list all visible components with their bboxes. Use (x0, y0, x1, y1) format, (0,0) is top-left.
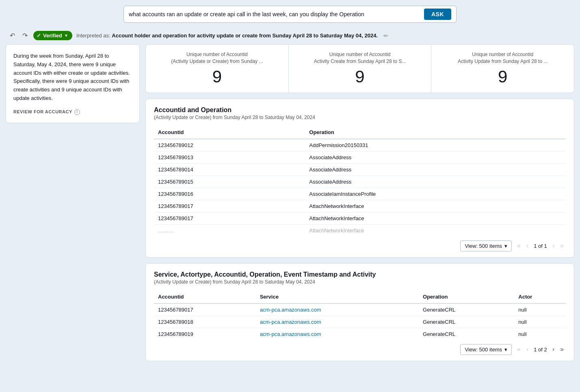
table1: Accountid Operation 123456789012AddPermi… (154, 126, 566, 236)
kpi-card-0: Unique number of Accountid (Activity Upd… (146, 45, 289, 93)
table2-page-info: 1 of 2 (532, 347, 549, 353)
table-card-2: Service, Actortype, Accountid, Operation… (145, 263, 574, 361)
table-row-truncated: ...........AttachNetworkInterface (154, 224, 566, 236)
table1-last-page-button[interactable]: » (558, 241, 566, 250)
table-row: 123456789017AttachNetworkInterface (154, 200, 566, 212)
table1-title: Accountid and Operation (154, 106, 566, 114)
table-row: 123456789017acm-pca.amazonaws.comGenerat… (154, 303, 566, 316)
table-row: 123456789017AttachNetworkInterface (154, 212, 566, 224)
kpi-card-1: Unique number of Accountid Activity Crea… (289, 45, 432, 93)
table1-subtitle: (Activity Update or Create) from Sunday … (154, 115, 566, 120)
check-icon: ✓ (37, 32, 41, 39)
kpi-card-2: Unique number of Accountid Activity Upda… (431, 45, 574, 93)
table-row: 123456789018acm-pca.amazonaws.comGenerat… (154, 316, 566, 328)
description-text: During the week from Sunday, April 28 to… (13, 52, 132, 103)
table1-first-page-button[interactable]: « (515, 241, 523, 250)
table2-col-accountid: Accountid (154, 290, 256, 303)
info-icon: i (74, 109, 80, 115)
table-row: 123456789013AssociateAddress (154, 151, 566, 163)
table-row: 123456789015AssociateAddress (154, 175, 566, 188)
table2-view-label: View: 500 items (465, 347, 502, 353)
table2-pagination: « ‹ 1 of 2 › » (515, 345, 566, 354)
table1-col-operation: Operation (305, 126, 566, 139)
search-input[interactable] (129, 11, 421, 17)
kpi-value-1: 9 (297, 67, 423, 86)
table1-pagination: « ‹ 1 of 1 › » (515, 241, 566, 250)
kpi-value-2: 9 (439, 67, 566, 86)
table-row: 123456789012AddPermission20150331 (154, 139, 566, 152)
verified-label: Verified (43, 32, 62, 39)
table2-view-select[interactable]: View: 500 items ▾ (460, 344, 512, 355)
table2-prev-page-button[interactable]: ‹ (524, 345, 530, 354)
left-panel: During the week from Sunday, April 28 to… (6, 44, 140, 123)
table2-last-page-button[interactable]: » (558, 345, 566, 354)
interpreted-text-content: Account holder and operation for activit… (112, 32, 378, 39)
table2-col-service: Service (256, 290, 419, 303)
table-row: 123456789019acm-pca.amazonaws.comGenerat… (154, 328, 566, 340)
review-accuracy-label: REVIEW FOR ACCURACY (13, 108, 72, 116)
table2-subtitle: (Activity Update or Create) from Sunday … (154, 279, 566, 285)
table1-view-select[interactable]: View: 500 items ▾ (460, 240, 512, 251)
table2: Accountid Service Operation Actor 123456… (154, 290, 566, 340)
table2-next-page-button[interactable]: › (550, 345, 556, 354)
kpi-cards-row: Unique number of Accountid (Activity Upd… (145, 44, 574, 93)
table2-first-page-button[interactable]: « (515, 345, 523, 354)
table1-col-accountid: Accountid (154, 126, 305, 139)
table2-col-operation: Operation (419, 290, 514, 303)
undo-button[interactable]: ↶ (8, 31, 17, 40)
verified-badge[interactable]: ✓ Verified ▼ (33, 31, 72, 40)
redo-button[interactable]: ↷ (21, 31, 29, 40)
kpi-title-0: Unique number of Accountid (Activity Upd… (154, 51, 280, 65)
table2-footer: View: 500 items ▾ « ‹ 1 of 2 › » (154, 344, 566, 355)
main-content: During the week from Sunday, April 28 to… (0, 44, 580, 367)
table2-view-chevron: ▾ (504, 347, 507, 353)
top-bar: ASK (0, 0, 580, 28)
table1-prev-page-button[interactable]: ‹ (524, 241, 530, 250)
table2-col-actor: Actor (514, 290, 566, 303)
edit-icon[interactable]: ✏ (383, 32, 388, 39)
table2-title: Service, Actortype, Accountid, Operation… (154, 271, 566, 278)
table1-footer: View: 500 items ▾ « ‹ 1 of 1 › » (154, 240, 566, 251)
review-accuracy-button[interactable]: REVIEW FOR ACCURACY i (13, 108, 132, 116)
interpreted-text: Interpreted as: Account holder and opera… (76, 32, 378, 39)
ask-button[interactable]: ASK (424, 9, 451, 20)
table1-page-info: 1 of 1 (532, 243, 549, 249)
search-container: ASK (123, 6, 457, 23)
kpi-title-2: Unique number of Accountid Activity Upda… (439, 51, 566, 65)
table1-view-label: View: 500 items (465, 243, 502, 249)
kpi-value-0: 9 (154, 67, 280, 86)
table1-next-page-button[interactable]: › (550, 241, 556, 250)
chevron-down-icon: ▼ (64, 33, 68, 38)
right-panel: Unique number of Accountid (Activity Upd… (145, 44, 574, 361)
table1-view-chevron: ▾ (504, 243, 507, 249)
table-card-1: Accountid and Operation (Activity Update… (145, 99, 574, 258)
table-row: 123456789014AssociateAddress (154, 163, 566, 175)
table-row: 123456789016AssociateIamInstanceProfile (154, 188, 566, 200)
kpi-title-1: Unique number of Accountid Activity Crea… (297, 51, 423, 65)
toolbar: ↶ ↷ ✓ Verified ▼ Interpreted as: Account… (0, 28, 580, 44)
